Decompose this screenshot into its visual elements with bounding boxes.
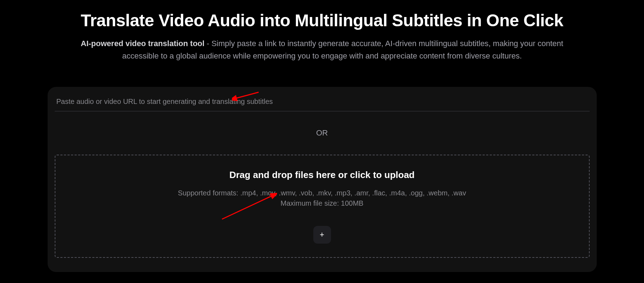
- url-input[interactable]: [56, 98, 588, 106]
- or-divider: OR: [55, 128, 590, 138]
- plus-icon: +: [320, 230, 324, 239]
- subtitle-bold: AI-powered video translation tool: [81, 39, 204, 48]
- add-file-button[interactable]: +: [313, 226, 331, 244]
- upload-card: OR Drag and drop files here or click to …: [48, 87, 597, 272]
- file-dropzone[interactable]: Drag and drop files here or click to upl…: [55, 155, 590, 258]
- dropzone-title: Drag and drop files here or click to upl…: [63, 170, 582, 181]
- dropzone-max-size: Maximum file size: 100MB: [63, 199, 582, 207]
- dropzone-formats: Supported formats: .mp4, .mov, .wmv, .vo…: [63, 189, 582, 197]
- page-subtitle: AI-powered video translation tool - Simp…: [56, 37, 589, 62]
- url-input-wrapper: [55, 98, 590, 111]
- page-title: Translate Video Audio into Multilingual …: [81, 11, 563, 30]
